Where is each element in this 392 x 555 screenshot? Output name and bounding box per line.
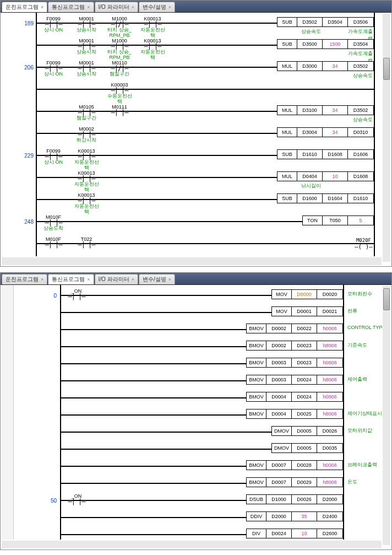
output-coil[interactable]: M020F—( )— — [355, 238, 373, 250]
ladder-contact[interactable]: K00003—| |—수동운전선택 — [105, 82, 134, 104]
tab-0[interactable]: 운전프로그램× — [2, 2, 47, 12]
instruction-box[interactable]: MOVD8000D0020 — [271, 289, 343, 299]
instruction-box[interactable]: BMOVD0007D0028h0008 — [246, 460, 343, 470]
close-icon[interactable]: × — [41, 277, 43, 282]
horizontal-scrollbar[interactable] — [2, 257, 382, 265]
instruction-box[interactable]: BMOVD0004D0025h8008 — [246, 409, 343, 419]
instruction-box[interactable]: MULD300034D3502 — [277, 61, 374, 71]
tab-3[interactable]: 변수/설명× — [139, 2, 175, 12]
close-icon[interactable]: × — [87, 4, 90, 10]
ladder-rung[interactable]: M0105—| |—챔질구간M0111—| |—MULD310034D3502상… — [1, 103, 391, 124]
tab-2[interactable]: I/O 파라미터× — [95, 274, 138, 284]
ladder-contact[interactable]: K00013—| |—자동운전선택 — [72, 148, 101, 170]
ladder-contact[interactable]: M010F—| |—상승도착 — [39, 214, 68, 231]
horizontal-scrollbar[interactable] — [2, 541, 382, 548]
ladder-contact[interactable]: _ON—| |— — [62, 493, 91, 504]
ladder-rung[interactable]: 248M010F—| |—상승도착TONT0505 — [1, 213, 391, 234]
ladder-rung[interactable]: K00013—| |—자동운전선택MULD040410D1608낚시길이 — [1, 169, 391, 190]
close-icon[interactable]: × — [41, 4, 43, 10]
instruction-box[interactable]: BMOVD0002D0023h8008 — [246, 341, 343, 351]
ladder-rung[interactable]: BMOVD0007D0028h0008브레이크출력 — [1, 458, 391, 475]
instruction-box[interactable]: DDIVD200035D2400 — [246, 511, 343, 521]
ladder-rung[interactable]: 0_ON—| |—MOVD8000D0020모터회전수 — [1, 287, 391, 304]
instruction-box[interactable]: BMOVD0007D0029h8008 — [246, 477, 343, 487]
tab-1[interactable]: 통신프로그램× — [48, 2, 94, 12]
ladder-rung[interactable]: BMOVD0004D0024h0808 — [1, 390, 391, 406]
ladder-rung[interactable]: BMOVD0007D0029h8008온도 — [1, 475, 391, 492]
ladder-contact[interactable]: M0001—| |—상승시작 — [72, 60, 101, 77]
ladder-rung[interactable]: DDIVD200035D2400 — [1, 509, 391, 526]
tab-0[interactable]: 운전프로그램× — [2, 274, 47, 284]
instruction-arg: D0026 — [317, 427, 342, 435]
instruction-box[interactable]: SUBD3502D3504D3506 — [277, 17, 374, 27]
ladder-rung[interactable]: K00013—| |—자동운전선택SUBD1600D1604D1610 — [1, 191, 391, 212]
ladder-rung[interactable]: BMOVD0002D0023h8008기준속도 — [1, 338, 391, 355]
ladder-contact[interactable]: M010F—| |— — [39, 236, 68, 247]
ladder-rung[interactable]: BMOVD0002D0022h0008CONTROL TYPE — [1, 321, 391, 338]
instruction-box[interactable]: SUBD35001500D3504 — [277, 39, 374, 49]
vertical-scrollbar[interactable] — [383, 14, 390, 262]
instruction-box[interactable]: MULD310034D3502 — [277, 105, 374, 115]
instruction-box[interactable]: BMOVD0004D0024h0808 — [246, 392, 343, 402]
ladder-contact[interactable]: _ON—| |— — [62, 288, 91, 299]
instruction-box[interactable]: DMOVD0005D0035 — [271, 443, 343, 453]
ladder-contact[interactable]: M0001—| |—상승시작 — [72, 38, 101, 55]
ladder-rung[interactable]: BMOVD0003D0023h0808 — [1, 355, 391, 372]
instruction-arg: D0024 — [266, 529, 292, 538]
ladder-rung[interactable]: DMOVD0005D0035 — [1, 441, 391, 457]
instruction-box[interactable]: BMOVD0003D0023h0808 — [246, 358, 343, 368]
ladder-contact[interactable]: K00013—| |—자동운전선택 — [72, 170, 101, 192]
instruction-arg: D3504 — [348, 40, 373, 49]
ladder-rung[interactable]: M0002—| |—하강시작MULD300434D0310 — [1, 125, 391, 146]
instruction-box[interactable]: SUBD1600D1604D1610 — [277, 193, 374, 203]
close-icon[interactable]: × — [132, 4, 134, 10]
ladder-contact[interactable]: M0111—| |— — [105, 104, 134, 115]
ladder-contact[interactable]: M1000—|/|—터치 상승_RPM_PB — [105, 16, 134, 38]
close-icon[interactable]: × — [132, 277, 134, 282]
instruction-box[interactable]: MULD300434D0310 — [277, 127, 374, 137]
tab-3[interactable]: 변수/설명× — [139, 274, 175, 284]
ladder-area-1[interactable]: 189F0099—| |—상시 ONM0001—| |—상승시작M1000—|/… — [1, 13, 391, 266]
close-icon[interactable]: × — [168, 4, 171, 10]
ladder-contact[interactable]: K00013—| |—자동운전선택 — [72, 192, 101, 214]
ladder-contact[interactable]: T022—| |— — [72, 236, 101, 247]
close-icon[interactable]: × — [168, 277, 171, 282]
ladder-contact[interactable]: F0099—| |—상시 ON — [39, 60, 68, 77]
instruction-box[interactable]: BMOVD0002D0022h0008 — [246, 324, 343, 333]
instruction-box[interactable]: TONT0505 — [302, 215, 374, 225]
ladder-contact[interactable]: F0099—| |—상시 ON — [39, 148, 68, 165]
close-icon[interactable]: × — [87, 277, 90, 282]
ladder-contact[interactable]: F0099—| |—상시 ON — [39, 16, 68, 33]
ladder-contact[interactable]: M0001—| |—상승시작 — [72, 16, 101, 33]
instruction-box[interactable]: DSUBD1000D0026D2000 — [246, 494, 343, 504]
ladder-contact[interactable]: K00013—| |—자동운전선택 — [138, 16, 167, 38]
instruction-box[interactable]: MOVD0001D0021 — [271, 306, 343, 316]
tab-label: 통신프로그램 — [52, 276, 85, 283]
instruction-box[interactable]: SUBD1610D1608D1606 — [277, 149, 374, 159]
ladder-rung[interactable]: M010F—| |—T022—| |—M020F—( )— — [1, 235, 391, 256]
ladder-contact[interactable]: M0110—|/|—챔질구간 — [105, 60, 134, 77]
ladder-contact[interactable]: K00013—| |—자동운전선택 — [138, 38, 167, 60]
tab-2[interactable]: I/O 파라미터× — [95, 2, 138, 12]
instruction-box[interactable]: DMOVD0005D0026 — [271, 426, 343, 436]
ladder-rung[interactable]: 50_ON—| |—DSUBD1000D0026D2000 — [1, 492, 391, 509]
instruction-box[interactable]: DIVD002410D2600 — [246, 529, 343, 538]
ladder-area-2[interactable]: 0_ON—| |—MOVD8000D0020모터회전수MOVD0001D0021… — [1, 285, 391, 549]
tab-1[interactable]: 통신프로그램× — [48, 274, 94, 284]
ladder-rung[interactable]: BMOVD0003D0024h8008제어출력 — [1, 373, 391, 389]
vertical-scrollbar[interactable] — [383, 286, 390, 545]
ladder-rung[interactable]: M0001—| |—상승시작M1000—| |—터치 상승_RPM_PBK000… — [1, 37, 391, 58]
ladder-rung[interactable]: 229F0099—| |—상시 ONK00013—| |—자동운전선택SUBD1… — [1, 147, 391, 168]
ladder-contact[interactable]: M0105—| |—챔질구간 — [72, 104, 101, 121]
ladder-rung[interactable]: K00003—| |—수동운전선택 — [1, 81, 391, 102]
ladder-rung[interactable]: DMOVD0005D0026모터위치값 — [1, 424, 391, 440]
ladder-contact[interactable]: M1000—| |—터치 상승_RPM_PB — [105, 38, 134, 60]
instruction-box[interactable]: BMOVD0003D0024h8008 — [246, 375, 343, 385]
ladder-rung[interactable]: MOVD0001D0021전류 — [1, 304, 391, 321]
ladder-rung[interactable]: 189F0099—| |—상시 ONM0001—| |—상승시작M1000—|/… — [1, 15, 391, 36]
ladder-rung[interactable]: BMOVD0004D0025h8008제어기상태표시 — [1, 407, 391, 423]
ladder-contact[interactable]: M0002—| |—하강시작 — [72, 126, 101, 143]
contact-symbol: —| |— — [138, 44, 167, 49]
ladder-rung[interactable]: 206F0099—| |—상시 ONM0001—| |—상승시작M0110—|/… — [1, 59, 391, 80]
instruction-box[interactable]: MULD040410D1608 — [277, 171, 374, 181]
